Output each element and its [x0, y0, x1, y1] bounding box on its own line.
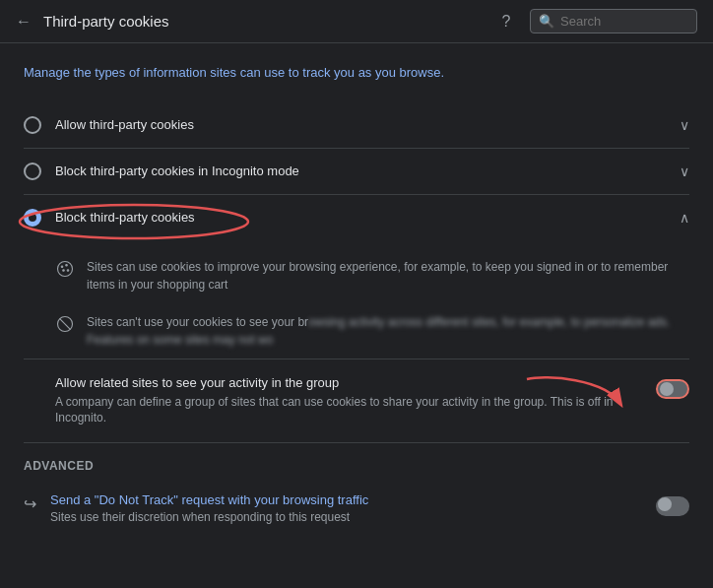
dnt-toggle-knob [658, 497, 672, 511]
help-button[interactable]: ? [494, 10, 518, 33]
option-allow[interactable]: Allow third-party cookies ∨ [24, 102, 689, 149]
desc-text-before: Manage the types of information sites ca… [24, 65, 334, 80]
help-icon: ? [502, 13, 511, 31]
toggle-knob [660, 382, 674, 396]
activity-group-row: Allow related sites to see your activity… [24, 359, 689, 444]
option-allow-label: Allow third-party cookies [55, 117, 680, 132]
sub-option-allow-text: Sites can use cookies to improve your br… [87, 258, 689, 294]
svg-point-5 [67, 269, 69, 271]
svg-line-7 [60, 318, 71, 329]
sub-option-allow-cookies: Sites can use cookies to improve your br… [55, 248, 689, 303]
back-icon: ← [16, 13, 32, 31]
activity-toggle[interactable] [656, 379, 689, 399]
option-block-incognito[interactable]: Block third-party cookies in Incognito m… [24, 149, 689, 195]
desc-text-after: as you browse. [355, 65, 444, 80]
radio-block [24, 209, 41, 227]
option-block-wrapper: Block third-party cookies ∧ [24, 195, 689, 240]
back-button[interactable]: ← [16, 13, 32, 31]
advanced-section: Advanced ↪ Send a "Do Not Track" request… [24, 443, 689, 536]
dnt-description: Sites use their discretion when respondi… [50, 510, 642, 524]
chevron-down-icon: ∨ [680, 117, 689, 133]
activity-title: Allow related sites to see your activity… [55, 375, 656, 390]
header: ← Third-party cookies ? 🔍 [0, 0, 713, 43]
radio-block-incognito [24, 163, 41, 180]
svg-point-1 [58, 261, 73, 276]
option-block-label: Block third-party cookies [55, 210, 680, 225]
redirect-icon: ↪ [24, 494, 36, 513]
desc-highlight: you [334, 65, 355, 80]
option-block[interactable]: Block third-party cookies ∧ [24, 195, 689, 240]
dnt-text: Send a "Do Not Track" request with your … [50, 492, 642, 524]
page-title: Third-party cookies [43, 13, 494, 30]
search-icon: 🔍 [539, 14, 554, 29]
chevron-down-icon-2: ∨ [680, 163, 689, 179]
cookie-icon [55, 259, 75, 279]
advanced-section-title: Advanced [24, 459, 689, 473]
activity-text: Allow related sites to see your activity… [55, 375, 656, 427]
page-description: Manage the types of information sites ca… [24, 63, 689, 83]
sub-option-block-text: Sites can't use your cookies to see your… [87, 313, 689, 349]
sub-option-block-cross-site: Sites can't use your cookies to see your… [55, 303, 689, 359]
content: Manage the types of information sites ca… [0, 43, 713, 555]
dnt-toggle[interactable] [656, 496, 689, 516]
dnt-title: Send a "Do Not Track" request with your … [50, 492, 642, 507]
radio-allow [24, 116, 41, 134]
activity-description: A company can define a group of sites th… [55, 394, 656, 427]
search-box[interactable]: 🔍 [530, 9, 697, 33]
search-input[interactable] [560, 14, 688, 29]
option-block-incognito-label: Block third-party cookies in Incognito m… [55, 163, 680, 178]
svg-point-4 [63, 269, 65, 271]
header-actions: ? 🔍 [494, 9, 697, 33]
svg-point-2 [61, 266, 63, 268]
svg-point-3 [66, 264, 68, 266]
sub-options: Sites can use cookies to improve your br… [24, 240, 689, 359]
block-icon [55, 314, 75, 334]
dnt-row: ↪ Send a "Do Not Track" request with you… [24, 481, 689, 536]
chevron-up-icon: ∧ [680, 210, 689, 226]
